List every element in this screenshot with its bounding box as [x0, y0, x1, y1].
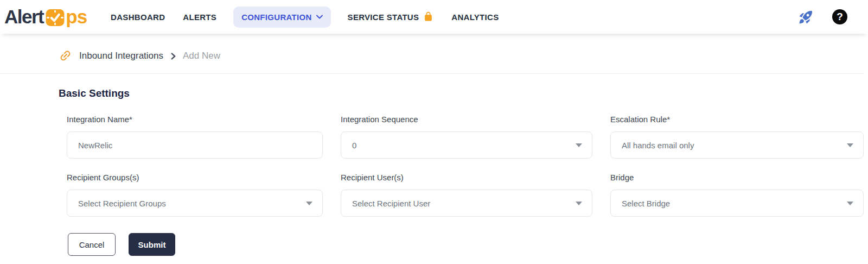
- clock-check-icon: [45, 8, 65, 28]
- submit-button[interactable]: Submit: [129, 233, 175, 256]
- placeholder-value: Select Recipient User: [352, 199, 430, 208]
- logo-text-orange: ps: [66, 6, 87, 28]
- nav-item-dashboard[interactable]: DASHBOARD: [110, 7, 166, 28]
- cancel-button[interactable]: Cancel: [68, 233, 116, 256]
- nav-item-analytics[interactable]: ANALYTICS: [450, 7, 500, 28]
- help-icon[interactable]: ?: [832, 9, 847, 24]
- caret-down-icon: [847, 202, 853, 205]
- breadcrumb-add-new: Add New: [183, 51, 220, 61]
- field-recipient-groups: Recipient Groups(s) Select Recipient Gro…: [67, 173, 323, 217]
- logo-text-dark: Alert: [4, 6, 43, 28]
- field-integration-name: Integration Name*: [67, 115, 323, 159]
- escalation-rule-label: Escalation Rule*: [610, 115, 864, 124]
- nav-menu: DASHBOARD ALERTS CONFIGURATION SERVICE S…: [110, 7, 500, 28]
- caret-down-icon: [306, 202, 312, 205]
- caret-down-icon: [576, 143, 582, 147]
- placeholder-value: Select Bridge: [622, 199, 670, 208]
- field-integration-sequence: Integration Sequence 0: [341, 115, 592, 159]
- caret-down-icon: [576, 202, 582, 205]
- escalation-rule-select[interactable]: All hands email only: [610, 131, 864, 159]
- field-escalation-rule: Escalation Rule* All hands email only: [610, 115, 864, 159]
- top-navbar: Alert ps DASHBOARD ALERTS CONFIGURATION …: [0, 0, 868, 34]
- bridge-select[interactable]: Select Bridge: [610, 190, 864, 217]
- field-bridge: Bridge Select Bridge: [610, 173, 864, 217]
- breadcrumb: Inbound Integrations Add New: [0, 38, 864, 74]
- selected-value: All hands email only: [622, 141, 694, 150]
- selected-value: 0: [352, 141, 356, 150]
- placeholder-value: Select Recipient Groups: [78, 199, 166, 208]
- recipient-users-select[interactable]: Select Recipient User: [341, 190, 592, 217]
- integration-name-input[interactable]: [67, 131, 323, 159]
- nav-item-configuration[interactable]: CONFIGURATION: [233, 7, 330, 28]
- lock-icon: [423, 11, 433, 22]
- caret-down-icon: [847, 143, 853, 147]
- field-recipient-users: Recipient User(s) Select Recipient User: [341, 173, 592, 217]
- link-icon: [59, 49, 72, 62]
- navbar-right: ?: [798, 9, 857, 25]
- integration-name-label: Integration Name*: [67, 115, 323, 124]
- basic-settings-form: Integration Name* Integration Sequence 0…: [67, 115, 868, 217]
- chevron-down-icon: [316, 15, 323, 19]
- integration-sequence-select[interactable]: 0: [341, 131, 592, 159]
- recipient-users-label: Recipient User(s): [341, 173, 592, 182]
- nav-item-service-status[interactable]: SERVICE STATUS: [347, 7, 435, 28]
- alertops-logo[interactable]: Alert ps: [4, 6, 87, 28]
- breadcrumb-inbound-integrations[interactable]: Inbound Integrations: [79, 51, 163, 61]
- chevron-right-icon: [170, 53, 177, 60]
- recipient-groups-label: Recipient Groups(s): [67, 173, 323, 182]
- rocket-icon[interactable]: [798, 9, 814, 25]
- integration-sequence-label: Integration Sequence: [341, 115, 592, 124]
- bridge-label: Bridge: [610, 173, 864, 182]
- form-actions: Cancel Submit: [68, 233, 868, 256]
- section-title: Basic Settings: [59, 87, 868, 99]
- recipient-groups-select[interactable]: Select Recipient Groups: [67, 190, 323, 217]
- nav-item-alerts[interactable]: ALERTS: [182, 7, 218, 28]
